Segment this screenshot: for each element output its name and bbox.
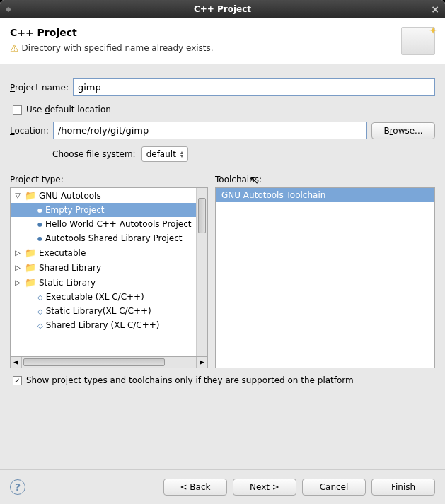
- next-button[interactable]: Next >: [233, 479, 296, 496]
- tree-node-xl-executable[interactable]: ◇Executable (XL C/C++): [11, 290, 196, 304]
- filter-supported-checkbox[interactable]: [13, 376, 22, 385]
- spinner-arrows-icon: ▴▾: [180, 151, 183, 158]
- folder-icon: 📁: [25, 277, 36, 288]
- file-system-select[interactable]: default ▴▾: [141, 146, 188, 162]
- location-label: Location:: [10, 126, 49, 136]
- diamond-icon: ◇: [37, 293, 43, 301]
- cancel-button[interactable]: Cancel: [302, 479, 366, 496]
- titlebar: ◆ C++ Project ×: [0, 0, 445, 18]
- folder-icon: 📁: [25, 247, 36, 258]
- warning-text: Directory with specified name already ex…: [22, 43, 214, 53]
- tree-hscrollbar[interactable]: ◀ ▶: [10, 357, 208, 368]
- toolchains-list[interactable]: GNU Autotools Toolchain: [215, 187, 435, 368]
- finish-button[interactable]: Finish: [371, 479, 435, 496]
- project-type-tree[interactable]: ▽📁GNU Autotools ●Empty Project ●Hello Wo…: [11, 188, 196, 356]
- tree-vscrollbar[interactable]: [196, 188, 207, 356]
- folder-icon: 📁: [25, 262, 36, 273]
- list-item[interactable]: GNU Autotools Toolchain: [216, 188, 434, 202]
- help-icon[interactable]: ?: [10, 479, 25, 495]
- bullet-icon: ●: [37, 207, 42, 213]
- close-icon[interactable]: ×: [431, 4, 439, 15]
- tree-node-executable[interactable]: ▷📁Executable: [11, 245, 196, 260]
- default-location-checkbox[interactable]: [13, 105, 22, 115]
- tree-node-xl-shared[interactable]: ◇Shared Library (XL C/C++): [11, 318, 196, 332]
- wizard-footer: ? < Back Next > Cancel Finish: [0, 469, 445, 504]
- tree-node-gnu-autotools[interactable]: ▽📁GNU Autotools: [11, 188, 196, 203]
- diamond-icon: ◇: [37, 322, 43, 329]
- project-name-input[interactable]: [73, 78, 435, 96]
- folder-icon: 📁: [25, 190, 36, 201]
- back-button[interactable]: < Back: [163, 479, 227, 496]
- wizard-header: C++ Project ⚠ Directory with specified n…: [0, 18, 445, 64]
- warning-icon: ⚠: [10, 42, 19, 54]
- toolchains-label: Toolchains:: [215, 175, 435, 184]
- tree-node-hello-world[interactable]: ●Hello World C++ Autotools Project: [11, 217, 196, 231]
- scroll-left-icon[interactable]: ◀: [11, 357, 22, 368]
- project-type-label: Project type:: [10, 175, 208, 184]
- tree-node-empty-project[interactable]: ●Empty Project: [11, 203, 196, 217]
- page-title: C++ Project: [10, 27, 214, 38]
- filter-supported-label: Show project types and toolchains only i…: [26, 375, 354, 385]
- window-menu-icon[interactable]: ◆: [6, 5, 11, 13]
- location-input[interactable]: [53, 122, 367, 139]
- project-name-label: Project name:: [10, 83, 69, 93]
- default-location-label: Use default location: [26, 105, 111, 115]
- tree-node-autotools-shared[interactable]: ●Autotools Shared Library Project: [11, 231, 196, 245]
- tree-node-shared-library[interactable]: ▷📁Shared Library: [11, 260, 196, 275]
- tree-node-xl-static[interactable]: ◇Static Library(XL C/C++): [11, 304, 196, 318]
- warning-row: ⚠ Directory with specified name already …: [10, 42, 214, 54]
- bullet-icon: ●: [37, 221, 42, 228]
- tree-node-static-library[interactable]: ▷📁Static Library: [11, 275, 196, 290]
- bullet-icon: ●: [37, 235, 42, 242]
- diamond-icon: ◇: [37, 307, 43, 315]
- browse-button[interactable]: Browse...: [371, 122, 435, 139]
- scroll-right-icon[interactable]: ▶: [196, 357, 207, 368]
- wizard-banner-icon: [401, 27, 435, 55]
- file-system-label: Choose file system:: [52, 149, 136, 159]
- window-title: C++ Project: [194, 4, 251, 14]
